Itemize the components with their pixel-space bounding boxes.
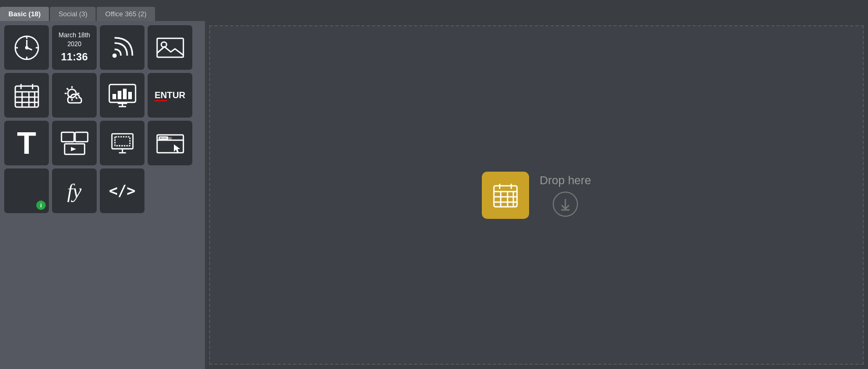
- widget-calendar[interactable]: [4, 73, 49, 118]
- widget-clock[interactable]: [4, 25, 49, 70]
- widget-multiscreen[interactable]: [52, 121, 97, 165]
- svg-rect-9: [157, 38, 183, 57]
- text-t-icon: T: [17, 128, 36, 159]
- fly-icon: fy: [67, 180, 81, 203]
- rss-icon: [110, 36, 135, 60]
- drop-indicator: Drop here: [540, 174, 591, 217]
- svg-point-8: [112, 54, 117, 58]
- dragged-calendar-icon: [492, 182, 519, 208]
- code-icon: </>: [109, 182, 136, 199]
- widget-image[interactable]: [148, 25, 192, 70]
- svg-rect-40: [115, 136, 130, 145]
- svg-point-3: [26, 47, 28, 49]
- svg-rect-32: [118, 91, 121, 99]
- widget-www[interactable]: WWW.: [148, 121, 192, 165]
- tab-basic[interactable]: Basic (18): [0, 7, 49, 21]
- drop-circle-icon: [553, 192, 578, 217]
- monitor-icon: [108, 83, 137, 108]
- tab-social[interactable]: Social (3): [50, 7, 96, 21]
- datetime-date: March 18th 2020: [58, 31, 90, 49]
- widget-fly[interactable]: fy: [52, 168, 97, 213]
- widget-entur[interactable]: ENTUR: [148, 73, 192, 118]
- widget-code[interactable]: </>: [100, 168, 144, 213]
- entur-icon: ENTUR: [154, 90, 185, 101]
- tab-office365[interactable]: Office 365 (2): [97, 7, 155, 21]
- widget-slideshow[interactable]: [100, 121, 144, 165]
- svg-line-26: [76, 97, 77, 99]
- svg-marker-47: [174, 144, 180, 153]
- svg-rect-36: [75, 132, 88, 142]
- svg-text:WWW.: WWW.: [161, 136, 172, 140]
- widget-ticker[interactable]: i: [4, 168, 49, 213]
- widget-weather[interactable]: [52, 73, 97, 118]
- widget-panel: March 18th 2020 11:36: [0, 21, 205, 369]
- canvas-area[interactable]: Drop here: [209, 25, 864, 365]
- drop-zone: Drop here: [482, 172, 591, 219]
- tab-bar: Basic (18) Social (3) Office 365 (2): [0, 0, 868, 21]
- image-icon: [156, 37, 184, 58]
- multiscreen-icon: [60, 131, 89, 155]
- www-icon: WWW.: [156, 132, 184, 155]
- svg-rect-34: [128, 92, 132, 99]
- clock-icon: [14, 35, 40, 61]
- svg-rect-35: [61, 132, 74, 142]
- widget-datetime[interactable]: March 18th 2020 11:36: [52, 25, 97, 70]
- drop-here-label: Drop here: [540, 174, 591, 187]
- svg-marker-38: [71, 147, 76, 151]
- widget-text[interactable]: T: [4, 121, 49, 165]
- widget-grid: March 18th 2020 11:36: [4, 25, 201, 213]
- ticker-badge: i: [36, 201, 46, 210]
- widget-monitor[interactable]: [100, 73, 144, 118]
- svg-rect-33: [123, 89, 127, 99]
- calendar-icon: [14, 82, 40, 109]
- main-content: March 18th 2020 11:36: [0, 21, 868, 369]
- weather-icon: [60, 84, 89, 107]
- widget-rss[interactable]: [100, 25, 144, 70]
- svg-rect-31: [112, 94, 116, 99]
- datetime-time: 11:36: [61, 49, 88, 64]
- slideshow-icon: [108, 133, 137, 154]
- svg-line-25: [67, 88, 68, 90]
- dragged-calendar-widget[interactable]: [482, 172, 529, 219]
